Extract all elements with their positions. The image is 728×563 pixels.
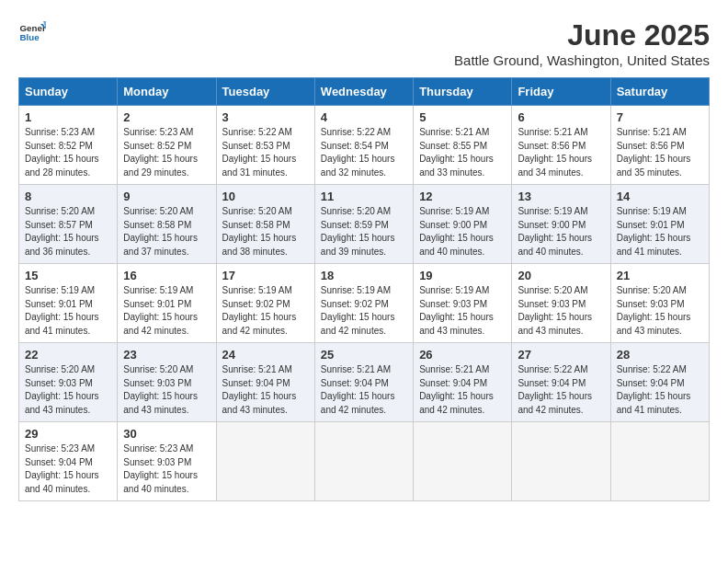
day-number: 4: [321, 110, 407, 124]
calendar-day-cell: 21Sunrise: 5:20 AMSunset: 9:03 PMDayligh…: [610, 264, 709, 343]
title-area: June 2025 Battle Ground, Washington, Uni…: [454, 18, 710, 68]
day-info: Sunrise: 5:23 AMSunset: 8:52 PMDaylight:…: [123, 126, 210, 179]
calendar-week-row: 29Sunrise: 5:23 AMSunset: 9:04 PMDayligh…: [19, 422, 710, 501]
day-number: 14: [617, 190, 703, 203]
calendar-day-cell: 1Sunrise: 5:23 AMSunset: 8:52 PMDaylight…: [19, 106, 118, 185]
calendar-day-cell: 30Sunrise: 5:23 AMSunset: 9:03 PMDayligh…: [118, 422, 216, 501]
weekday-header-friday: Friday: [512, 78, 610, 106]
day-info: Sunrise: 5:23 AMSunset: 9:03 PMDaylight:…: [123, 442, 210, 496]
svg-text:Blue: Blue: [20, 32, 40, 42]
page-header: General Blue June 2025 Battle Ground, Wa…: [18, 18, 710, 68]
day-info: Sunrise: 5:20 AMSunset: 9:03 PMDaylight:…: [617, 284, 703, 338]
day-info: Sunrise: 5:22 AMSunset: 8:53 PMDaylight:…: [222, 126, 309, 179]
calendar-day-cell: 17Sunrise: 5:19 AMSunset: 9:02 PMDayligh…: [216, 264, 314, 343]
calendar-week-row: 22Sunrise: 5:20 AMSunset: 9:03 PMDayligh…: [19, 343, 710, 422]
day-number: 2: [123, 110, 210, 124]
day-info: Sunrise: 5:19 AMSunset: 9:02 PMDaylight:…: [321, 284, 407, 338]
weekday-header-monday: Monday: [118, 78, 216, 106]
day-number: 13: [518, 190, 604, 203]
day-number: 11: [321, 190, 407, 203]
day-number: 28: [617, 348, 703, 362]
day-info: Sunrise: 5:21 AMSunset: 8:55 PMDaylight:…: [419, 126, 506, 179]
weekday-header-wednesday: Wednesday: [314, 78, 413, 106]
day-number: 5: [419, 110, 506, 124]
day-number: 23: [123, 348, 210, 362]
day-info: Sunrise: 5:20 AMSunset: 8:59 PMDaylight:…: [321, 205, 407, 259]
calendar-day-cell: 14Sunrise: 5:19 AMSunset: 9:01 PMDayligh…: [610, 185, 709, 264]
day-number: 22: [25, 348, 111, 362]
day-number: 12: [419, 190, 506, 203]
day-number: 29: [25, 427, 111, 441]
calendar-day-cell: 25Sunrise: 5:21 AMSunset: 9:04 PMDayligh…: [314, 343, 413, 422]
weekday-header-saturday: Saturday: [610, 78, 709, 106]
calendar-day-cell: 16Sunrise: 5:19 AMSunset: 9:01 PMDayligh…: [118, 264, 216, 343]
day-info: Sunrise: 5:22 AMSunset: 9:04 PMDaylight:…: [518, 363, 604, 417]
calendar-day-cell: 19Sunrise: 5:19 AMSunset: 9:03 PMDayligh…: [414, 264, 512, 343]
day-info: Sunrise: 5:20 AMSunset: 8:58 PMDaylight:…: [123, 205, 210, 259]
day-number: 9: [123, 190, 210, 203]
day-info: Sunrise: 5:19 AMSunset: 9:03 PMDaylight:…: [419, 284, 506, 338]
day-number: 30: [123, 427, 210, 441]
calendar-day-cell: 4Sunrise: 5:22 AMSunset: 8:54 PMDaylight…: [314, 106, 413, 185]
day-number: 7: [617, 110, 703, 124]
calendar-day-cell: 11Sunrise: 5:20 AMSunset: 8:59 PMDayligh…: [314, 185, 413, 264]
day-info: Sunrise: 5:20 AMSunset: 9:03 PMDaylight:…: [518, 284, 604, 338]
calendar-day-cell: [610, 422, 709, 501]
day-info: Sunrise: 5:20 AMSunset: 8:57 PMDaylight:…: [25, 205, 111, 259]
day-number: 21: [617, 269, 703, 282]
day-number: 17: [222, 269, 309, 282]
calendar-subtitle: Battle Ground, Washington, United States: [454, 52, 710, 68]
day-number: 16: [123, 269, 210, 282]
calendar-title: June 2025: [454, 18, 710, 52]
calendar-day-cell: 9Sunrise: 5:20 AMSunset: 8:58 PMDaylight…: [118, 185, 216, 264]
calendar-day-cell: 13Sunrise: 5:19 AMSunset: 9:00 PMDayligh…: [512, 185, 610, 264]
weekday-header-tuesday: Tuesday: [216, 78, 314, 106]
day-info: Sunrise: 5:21 AMSunset: 9:04 PMDaylight:…: [419, 363, 506, 417]
calendar-day-cell: 15Sunrise: 5:19 AMSunset: 9:01 PMDayligh…: [19, 264, 118, 343]
day-info: Sunrise: 5:21 AMSunset: 8:56 PMDaylight:…: [617, 126, 703, 179]
calendar-day-cell: 2Sunrise: 5:23 AMSunset: 8:52 PMDaylight…: [118, 106, 216, 185]
calendar-day-cell: 28Sunrise: 5:22 AMSunset: 9:04 PMDayligh…: [610, 343, 709, 422]
day-info: Sunrise: 5:21 AMSunset: 9:04 PMDaylight:…: [222, 363, 309, 417]
calendar-day-cell: 18Sunrise: 5:19 AMSunset: 9:02 PMDayligh…: [314, 264, 413, 343]
calendar-day-cell: 12Sunrise: 5:19 AMSunset: 9:00 PMDayligh…: [414, 185, 512, 264]
calendar-day-cell: [314, 422, 413, 501]
calendar-day-cell: 7Sunrise: 5:21 AMSunset: 8:56 PMDaylight…: [610, 106, 709, 185]
calendar-day-cell: 8Sunrise: 5:20 AMSunset: 8:57 PMDaylight…: [19, 185, 118, 264]
calendar-table: SundayMondayTuesdayWednesdayThursdayFrid…: [18, 77, 710, 501]
weekday-header-thursday: Thursday: [414, 78, 512, 106]
calendar-day-cell: 6Sunrise: 5:21 AMSunset: 8:56 PMDaylight…: [512, 106, 610, 185]
day-info: Sunrise: 5:23 AMSunset: 9:04 PMDaylight:…: [25, 442, 111, 496]
day-info: Sunrise: 5:19 AMSunset: 9:02 PMDaylight:…: [222, 284, 309, 338]
calendar-week-row: 8Sunrise: 5:20 AMSunset: 8:57 PMDaylight…: [19, 185, 710, 264]
calendar-day-cell: 24Sunrise: 5:21 AMSunset: 9:04 PMDayligh…: [216, 343, 314, 422]
weekday-header-sunday: Sunday: [19, 78, 118, 106]
day-number: 26: [419, 348, 506, 362]
day-number: 15: [25, 269, 111, 282]
day-number: 3: [222, 110, 309, 124]
calendar-day-cell: [216, 422, 314, 501]
day-number: 18: [321, 269, 407, 282]
day-number: 27: [518, 348, 604, 362]
day-info: Sunrise: 5:19 AMSunset: 9:01 PMDaylight:…: [123, 284, 210, 338]
day-number: 24: [222, 348, 309, 362]
day-number: 8: [25, 190, 111, 203]
calendar-week-row: 1Sunrise: 5:23 AMSunset: 8:52 PMDaylight…: [19, 106, 710, 185]
calendar-week-row: 15Sunrise: 5:19 AMSunset: 9:01 PMDayligh…: [19, 264, 710, 343]
day-number: 6: [518, 110, 604, 124]
weekday-header-row: SundayMondayTuesdayWednesdayThursdayFrid…: [19, 78, 710, 106]
calendar-day-cell: 26Sunrise: 5:21 AMSunset: 9:04 PMDayligh…: [414, 343, 512, 422]
calendar-day-cell: [414, 422, 512, 501]
calendar-day-cell: 10Sunrise: 5:20 AMSunset: 8:58 PMDayligh…: [216, 185, 314, 264]
day-info: Sunrise: 5:20 AMSunset: 9:03 PMDaylight:…: [25, 363, 111, 417]
day-number: 19: [419, 269, 506, 282]
day-info: Sunrise: 5:23 AMSunset: 8:52 PMDaylight:…: [25, 126, 111, 179]
logo-icon: General Blue: [18, 18, 46, 46]
calendar-day-cell: [512, 422, 610, 501]
day-info: Sunrise: 5:21 AMSunset: 9:04 PMDaylight:…: [321, 363, 407, 417]
day-number: 1: [25, 110, 111, 124]
day-info: Sunrise: 5:19 AMSunset: 9:01 PMDaylight:…: [617, 205, 703, 259]
day-info: Sunrise: 5:22 AMSunset: 8:54 PMDaylight:…: [321, 126, 407, 179]
day-info: Sunrise: 5:19 AMSunset: 9:01 PMDaylight:…: [25, 284, 111, 338]
day-number: 20: [518, 269, 604, 282]
